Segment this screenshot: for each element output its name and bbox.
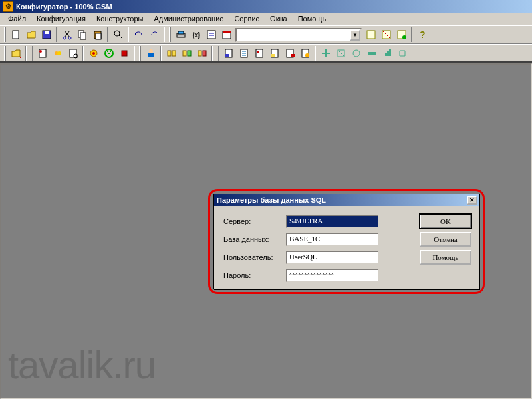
server-field[interactable]: S4\ULTRA [286, 215, 379, 228]
syntax-icon[interactable]: {x} [188, 27, 203, 42]
svg-rect-47 [291, 54, 295, 57]
close-icon[interactable]: ✕ [467, 196, 477, 205]
grp1-icon[interactable] [164, 46, 179, 61]
filter3-icon[interactable] [394, 27, 409, 42]
find-icon[interactable] [110, 27, 126, 42]
user-field[interactable]: UserSQL [286, 251, 379, 264]
col-green-icon[interactable] [101, 46, 116, 61]
svg-rect-15 [223, 31, 231, 33]
ok-button[interactable]: OK [420, 214, 471, 229]
svg-point-9 [114, 31, 120, 36]
doc1-icon[interactable] [221, 46, 236, 61]
menu-bar: Файл Конфигурация Конструкторы Администр… [0, 13, 532, 25]
open-icon[interactable] [23, 27, 39, 42]
menu-help[interactable]: Помощь [293, 13, 331, 24]
save-icon[interactable] [39, 27, 54, 42]
mod2-icon[interactable] [50, 46, 65, 61]
doc5-icon[interactable] [282, 46, 297, 61]
user-icon[interactable] [143, 46, 158, 61]
grp3-icon[interactable] [194, 46, 209, 61]
label-database: База данных: [223, 235, 283, 243]
filter2-icon[interactable] [378, 27, 394, 42]
svg-rect-38 [203, 51, 206, 56]
act6-icon[interactable] [394, 46, 410, 61]
watermark-text: tavalik.ru [8, 342, 156, 387]
svg-point-31 [149, 49, 153, 53]
redo-icon[interactable] [146, 27, 162, 42]
act3-icon[interactable] [348, 46, 364, 61]
toolbar-grip[interactable] [139, 46, 141, 61]
menu-service[interactable]: Сервис [229, 13, 264, 24]
chevron-down-icon[interactable]: ▼ [350, 29, 360, 41]
password-field[interactable]: xxxxxxxxxxxxxxx [286, 269, 379, 282]
col-red-icon[interactable] [86, 46, 101, 61]
debug-icon[interactable] [203, 27, 219, 42]
act5-icon[interactable] [379, 46, 394, 61]
undo-icon[interactable] [131, 27, 146, 42]
label-password: Пароль: [223, 271, 283, 279]
dialog-title: Параметры базы данных SQL [217, 196, 326, 204]
new-icon[interactable] [8, 27, 23, 42]
calendar-icon[interactable] [219, 27, 234, 42]
cfg-open-icon[interactable] [8, 46, 23, 61]
svg-point-51 [353, 50, 360, 57]
toolbar-grip[interactable] [217, 46, 219, 61]
help-icon[interactable]: ? [414, 27, 430, 42]
menu-file[interactable]: Файл [3, 13, 31, 24]
menu-admin[interactable]: Администрирование [150, 13, 229, 24]
toolbar-combo[interactable]: ▼ [235, 28, 362, 42]
svg-rect-8 [96, 33, 101, 39]
label-user: Пользователь: [223, 253, 283, 261]
paste-icon[interactable] [90, 27, 105, 42]
sql-params-dialog: Параметры базы данных SQL ✕ Сервер: S4\U… [213, 194, 479, 289]
filter1-icon[interactable] [363, 27, 378, 42]
svg-rect-45 [271, 54, 275, 57]
run-icon[interactable] [173, 27, 188, 42]
doc6-icon[interactable] [297, 46, 313, 61]
database-field[interactable]: BASE_1C [286, 233, 379, 246]
app-icon: ⚙ [3, 1, 13, 12]
doc3-icon[interactable] [251, 46, 267, 61]
svg-point-24 [57, 51, 61, 55]
doc4-icon[interactable] [267, 46, 282, 61]
svg-rect-0 [13, 31, 19, 39]
menu-constr[interactable]: Конструкторы [92, 13, 148, 24]
grp2-icon[interactable] [179, 46, 194, 61]
act4-icon[interactable] [364, 46, 379, 61]
svg-rect-6 [80, 33, 86, 39]
dialog-body: Сервер: S4\ULTRA OK База данных: BASE_1C… [214, 206, 479, 288]
cancel-button[interactable]: Отмена [420, 232, 471, 247]
cut-icon[interactable] [59, 27, 74, 42]
toolbar-row-1: {x} ▼ ? [0, 25, 532, 44]
window-title: Конфигуратор - 100% GSM [16, 3, 112, 11]
svg-rect-36 [188, 51, 191, 56]
mod3-icon[interactable] [65, 46, 80, 61]
svg-rect-32 [148, 53, 154, 57]
svg-rect-40 [225, 54, 229, 57]
act1-icon[interactable] [318, 46, 333, 61]
toolbar-grip[interactable] [31, 46, 33, 61]
svg-point-19 [402, 35, 406, 39]
help-button[interactable]: Помощь [420, 250, 471, 265]
menu-config[interactable]: Конфигурация [32, 13, 90, 24]
toolbar-grip[interactable] [169, 27, 171, 42]
svg-text:?: ? [420, 29, 426, 40]
menu-windows[interactable]: Окна [265, 13, 292, 24]
dialog-titlebar[interactable]: Параметры базы данных SQL ✕ [214, 194, 479, 206]
svg-rect-52 [368, 52, 376, 55]
doc2-icon[interactable] [236, 46, 251, 61]
col-blue-icon[interactable] [116, 46, 132, 61]
svg-rect-33 [168, 51, 171, 56]
toolbar-row-2 [0, 44, 532, 63]
toolbar-grip[interactable] [4, 27, 6, 42]
svg-point-28 [92, 52, 95, 55]
label-server: Сервер: [223, 217, 283, 225]
svg-rect-34 [172, 51, 176, 56]
act2-icon[interactable] [333, 46, 348, 61]
svg-point-43 [257, 51, 259, 53]
toolbar-grip[interactable] [4, 46, 6, 61]
svg-rect-16 [367, 31, 375, 39]
mod1-icon[interactable] [35, 46, 50, 61]
copy-icon[interactable] [74, 27, 90, 42]
svg-rect-2 [45, 31, 49, 34]
